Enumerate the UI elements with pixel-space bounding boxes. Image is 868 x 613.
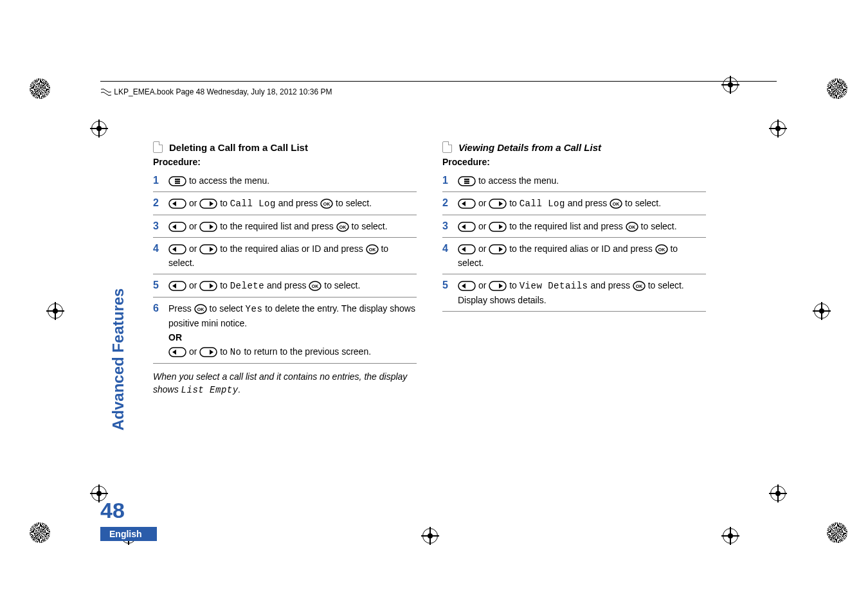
step-row: 6 Press OK to select Yes to delete the e… [153,298,417,364]
step-text: to [220,346,230,357]
or-text: or [189,198,199,208]
step-number: 1 [153,173,168,188]
step-row: 5 or to Delete and press OK to select. [153,274,417,298]
step-row: 3 or to the required list and press OK t… [442,215,706,238]
svg-rect-1 [175,179,180,180]
svg-marker-47 [499,224,503,229]
step-row: 2 or to Call Log and press OK to select. [442,192,706,215]
code-text: Call Log [520,199,565,209]
right-nav-icon [489,222,507,232]
step-number: 5 [442,278,458,292]
ok-button-icon: OK [194,304,207,314]
step-row: 5 or to View Details and press OK to sel… [442,274,706,312]
step-row: 4 or to the required alias or ID and pre… [153,238,417,274]
step-text: to select. [641,221,677,231]
svg-marker-7 [210,201,213,206]
svg-rect-30 [169,348,186,357]
svg-marker-39 [462,201,466,206]
step-text: to select. [324,280,360,290]
left-column: Deleting a Call from a Call List Procedu… [153,141,417,396]
step-row: 1 to access the menu. [153,170,417,192]
ok-button-icon: OK [610,199,622,209]
step-text: to the required list and press [509,221,626,231]
procedure-label: Procedure: [442,157,706,167]
ok-button-icon: OK [320,199,333,209]
svg-rect-44 [458,222,475,231]
svg-marker-13 [210,224,213,229]
right-nav-icon [199,222,217,232]
svg-text:OK: OK [197,307,204,312]
ok-button-icon: OK [626,222,638,232]
right-nav-icon [199,347,217,357]
procedure-label: Procedure: [153,157,417,167]
left-nav-icon [168,281,186,291]
code-text: Delete [230,281,264,291]
svg-text:OK: OK [613,202,620,206]
or-label: OR [168,330,417,344]
crop-starburst-bl [30,522,50,543]
svg-rect-38 [458,199,475,208]
right-nav-icon [489,199,507,209]
code-text: Yes [246,304,263,314]
step-number: 6 [153,301,168,315]
menu-button-icon [168,176,186,186]
svg-marker-17 [172,247,176,252]
step-text: to [509,198,520,208]
step-row: 3 or to the required list and press OK t… [153,215,417,238]
side-tab-text: Advanced Features [109,289,127,431]
svg-marker-57 [462,283,466,289]
reg-mark-top [721,76,739,94]
svg-marker-25 [210,283,213,289]
svg-rect-56 [458,281,475,290]
svg-rect-36 [464,181,469,182]
svg-marker-51 [462,247,466,252]
code-text: Call Log [230,199,276,209]
svg-marker-19 [210,247,213,252]
spiral-icon [100,88,112,97]
svg-marker-53 [499,247,503,252]
ok-button-icon: OK [633,281,646,291]
step-text: to [220,198,230,208]
step-row: 4 or to the required alias or ID and pre… [442,238,706,274]
svg-marker-41 [499,201,503,206]
svg-rect-37 [464,182,469,184]
reg-mark-right-d [769,484,787,502]
svg-rect-12 [200,222,217,231]
page-icon [153,141,163,153]
svg-text:OK: OK [312,284,319,289]
svg-rect-24 [200,281,217,290]
menu-button-icon [458,176,476,186]
svg-rect-6 [200,199,217,208]
left-nav-icon [168,199,186,209]
step-number: 4 [442,242,458,256]
ok-button-icon: OK [655,244,668,254]
page-number: 48 [100,498,125,523]
crop-starburst-tl [30,78,50,99]
or-text: or [478,198,489,208]
step-row: 2 or to Call Log and press OK to select. [153,192,417,215]
step-text: to the required alias or ID and press [509,244,655,254]
left-nav-icon [458,199,476,209]
svg-rect-3 [175,182,180,184]
svg-rect-22 [169,281,186,290]
ok-button-icon: OK [366,244,379,254]
code-text: View Details [520,281,588,291]
svg-rect-10 [169,222,186,231]
step-text: to select. [352,221,388,231]
reg-mark-bottom-c [421,527,439,545]
right-nav-icon [489,244,507,254]
svg-rect-52 [489,245,506,254]
step-number: 5 [153,278,168,292]
step-text: to the required list and press [220,221,336,231]
svg-marker-31 [172,350,176,355]
left-nav-icon [168,244,186,254]
running-head: LKP_EMEA.book Page 48 Wednesday, July 18… [100,87,332,97]
step-text: and press [264,280,309,290]
right-nav-icon [199,199,217,209]
step-number: 3 [442,219,458,233]
step-text: and press [588,280,633,290]
step-text: Press [168,303,194,314]
step-text: to select. [625,198,661,208]
step-text: to [220,280,230,290]
svg-text:OK: OK [368,247,375,252]
